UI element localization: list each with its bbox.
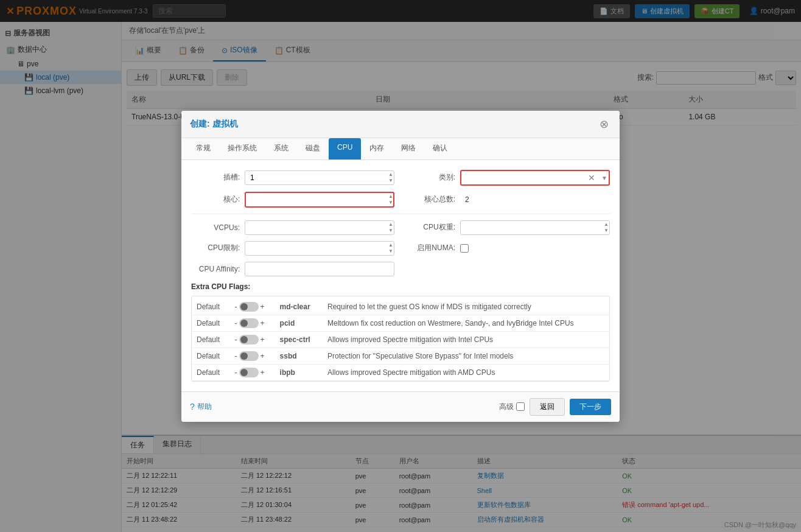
total-core-value: 2 — [460, 193, 474, 206]
type-dropdown-button[interactable]: ▼ — [601, 174, 607, 181]
toggle-track[interactable] — [239, 368, 259, 377]
weight-spinner[interactable]: ▲ ▼ — [604, 220, 609, 235]
help-icon: ? — [190, 402, 195, 411]
total-core-label: 核心总数: — [407, 194, 455, 205]
modal-overlay: 创建: 虚拟机 ⊗ 常规 操作系统 系统 磁盘 CPU 内存 网络 确认 插槽:… — [0, 0, 801, 532]
modal-tabs: 常规 操作系统 系统 磁盘 CPU 内存 网络 确认 — [181, 138, 620, 160]
flag-row: Default - + md-clear Required to let the… — [192, 299, 609, 315]
affinity-input[interactable]: All Cores — [245, 262, 394, 276]
flag-default: Default — [192, 364, 229, 380]
numa-label: 启用NUMA: — [407, 243, 455, 253]
flag-default: Default — [192, 315, 229, 331]
flag-row: Default - + spec-ctrl Allows improved Sp… — [192, 331, 609, 348]
back-button[interactable]: 返回 — [530, 398, 565, 416]
modal-tab-general[interactable]: 常规 — [187, 138, 219, 159]
modal-tab-network[interactable]: 网络 — [393, 138, 424, 159]
flag-name: ssbd — [275, 348, 323, 364]
help-link[interactable]: 帮助 — [197, 402, 212, 412]
vcpu-label: VCPUs: — [191, 223, 240, 232]
toggle-knob — [240, 303, 248, 310]
flag-toggle-cell[interactable]: - + — [229, 364, 275, 380]
extra-flags-label: Extra CPU Flags: — [191, 282, 610, 291]
flag-toggle-cell[interactable]: - + — [229, 331, 275, 348]
modal-tab-os[interactable]: 操作系统 — [219, 138, 265, 159]
modal-footer: ? 帮助 高级 返回 下一步 — [181, 391, 620, 422]
toggle-track[interactable] — [239, 335, 259, 345]
flag-toggle[interactable]: - + — [234, 318, 270, 328]
modal-tab-system[interactable]: 系统 — [265, 138, 297, 159]
modal-tab-confirm[interactable]: 确认 — [424, 138, 456, 159]
footer-left: ? 帮助 — [190, 402, 212, 412]
modal-tab-cpu[interactable]: CPU — [329, 138, 361, 159]
modal-tab-disk[interactable]: 磁盘 — [297, 138, 329, 159]
vcpu-spinner[interactable]: ▲ ▼ — [388, 220, 393, 235]
type-clear-button[interactable]: ✕ — [588, 173, 595, 183]
flag-toggle-cell[interactable]: - + — [229, 315, 275, 331]
toggle-plus[interactable]: + — [261, 335, 265, 344]
limit-input-wrap: 无限制 ▲ ▼ — [245, 241, 394, 256]
flag-toggle-cell[interactable]: - + — [229, 348, 275, 364]
flag-desc: Required to let the guest OS know if MDS… — [323, 299, 609, 315]
weight-label: CPU权重: — [407, 222, 455, 233]
limit-spinner[interactable]: ▲ ▼ — [388, 241, 393, 256]
limit-label: CPU限制: — [191, 243, 240, 253]
modal-title: 创建: 虚拟机 — [190, 119, 238, 130]
modal-body: 插槽: 1 ▲▼ 类别: host ✕ ▼ — [181, 160, 620, 391]
toggle-minus[interactable]: - — [235, 319, 237, 327]
type-label: 类别: — [407, 172, 455, 183]
core-input[interactable]: 2 — [245, 192, 394, 208]
toggle-minus[interactable]: - — [235, 368, 237, 377]
toggle-minus[interactable]: - — [235, 352, 237, 360]
flag-name: md-clear — [275, 299, 323, 315]
create-vm-modal: 创建: 虚拟机 ⊗ 常规 操作系统 系统 磁盘 CPU 内存 网络 确认 插槽:… — [181, 111, 620, 422]
flag-toggle[interactable]: - + — [234, 368, 270, 377]
toggle-knob — [240, 369, 248, 376]
flag-toggle[interactable]: - + — [234, 302, 270, 312]
modal-header: 创建: 虚拟机 ⊗ — [181, 111, 620, 138]
limit-input[interactable]: 无限制 — [245, 241, 394, 256]
affinity-label: CPU Affinity: — [191, 265, 240, 273]
toggle-knob — [240, 320, 248, 327]
flag-desc: Meltdown fix cost reduction on Westmere,… — [323, 315, 609, 331]
vcpu-input[interactable]: 2 — [245, 220, 394, 235]
flag-row: Default - + pcid Meltdown fix cost reduc… — [192, 315, 609, 331]
flag-row: Default - + ibpb Allows improved Spectre… — [192, 364, 609, 380]
toggle-track[interactable] — [239, 351, 259, 361]
socket-input-wrap: 1 ▲▼ — [245, 170, 394, 185]
advanced-checkbox-wrap: 高级 — [499, 402, 525, 412]
modal-close-button[interactable]: ⊗ — [596, 117, 611, 131]
toggle-plus[interactable]: + — [261, 319, 265, 327]
flag-name: spec-ctrl — [275, 331, 323, 348]
toggle-plus[interactable]: + — [261, 352, 265, 360]
footer-right: 高级 返回 下一步 — [499, 398, 611, 416]
vcpu-input-wrap: 2 ▲ ▼ — [245, 220, 394, 235]
toggle-plus[interactable]: + — [261, 303, 265, 311]
numa-checkbox[interactable] — [460, 244, 469, 253]
flag-desc: Allows improved Spectre mitigation with … — [323, 331, 609, 348]
toggle-track[interactable] — [239, 318, 259, 328]
flags-scroll-area: Default - + md-clear Required to let the… — [191, 296, 610, 382]
toggle-minus[interactable]: - — [235, 303, 237, 311]
toggle-plus[interactable]: + — [261, 368, 265, 377]
flag-row: Default - + ssbd Protection for "Specula… — [192, 348, 609, 364]
flag-default: Default — [192, 348, 229, 364]
flag-desc: Protection for "Speculative Store Bypass… — [323, 348, 609, 364]
flag-toggle[interactable]: - + — [234, 335, 270, 345]
flag-default: Default — [192, 331, 229, 348]
next-button[interactable]: 下一步 — [570, 399, 611, 415]
socket-input[interactable]: 1 — [245, 170, 394, 185]
modal-tab-memory[interactable]: 内存 — [361, 138, 393, 159]
advanced-checkbox[interactable] — [516, 402, 525, 411]
toggle-track[interactable] — [239, 302, 259, 312]
toggle-minus[interactable]: - — [235, 335, 237, 344]
toggle-knob — [240, 336, 248, 343]
core-spinner[interactable]: ▲ ▼ — [388, 192, 393, 208]
divider-1 — [191, 214, 610, 214]
flag-desc: Allows improved Spectre mitigation with … — [323, 364, 609, 380]
flag-toggle[interactable]: - + — [234, 351, 270, 361]
flag-toggle-cell[interactable]: - + — [229, 299, 275, 315]
socket-spinner[interactable]: ▲▼ — [388, 170, 393, 185]
flag-default: Default — [192, 299, 229, 315]
socket-label: 插槽: — [191, 172, 240, 183]
weight-input[interactable]: 1024 — [460, 220, 610, 235]
